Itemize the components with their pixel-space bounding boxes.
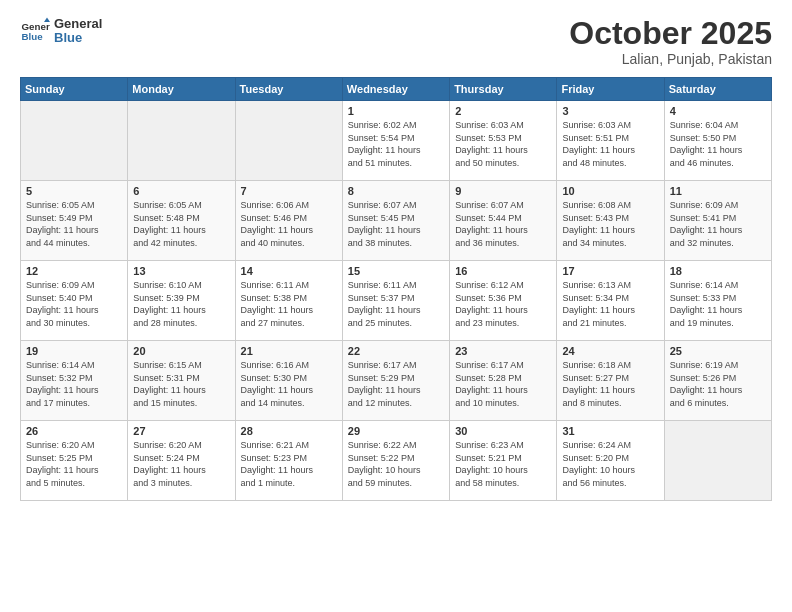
svg-marker-2 [44, 18, 50, 23]
day-info: Sunrise: 6:05 AM Sunset: 5:49 PM Dayligh… [26, 199, 122, 249]
calendar-week-4: 19Sunrise: 6:14 AM Sunset: 5:32 PM Dayli… [21, 341, 772, 421]
calendar-cell: 29Sunrise: 6:22 AM Sunset: 5:22 PM Dayli… [342, 421, 449, 501]
day-info: Sunrise: 6:08 AM Sunset: 5:43 PM Dayligh… [562, 199, 658, 249]
page: General Blue General Blue October 2025 L… [0, 0, 792, 612]
calendar-cell: 13Sunrise: 6:10 AM Sunset: 5:39 PM Dayli… [128, 261, 235, 341]
calendar-cell: 8Sunrise: 6:07 AM Sunset: 5:45 PM Daylig… [342, 181, 449, 261]
day-number: 28 [241, 425, 337, 437]
calendar-cell: 11Sunrise: 6:09 AM Sunset: 5:41 PM Dayli… [664, 181, 771, 261]
day-info: Sunrise: 6:19 AM Sunset: 5:26 PM Dayligh… [670, 359, 766, 409]
day-number: 7 [241, 185, 337, 197]
day-number: 11 [670, 185, 766, 197]
calendar-cell: 15Sunrise: 6:11 AM Sunset: 5:37 PM Dayli… [342, 261, 449, 341]
day-number: 5 [26, 185, 122, 197]
day-info: Sunrise: 6:16 AM Sunset: 5:30 PM Dayligh… [241, 359, 337, 409]
calendar-week-3: 12Sunrise: 6:09 AM Sunset: 5:40 PM Dayli… [21, 261, 772, 341]
calendar-cell: 18Sunrise: 6:14 AM Sunset: 5:33 PM Dayli… [664, 261, 771, 341]
calendar-table: SundayMondayTuesdayWednesdayThursdayFrid… [20, 77, 772, 501]
day-info: Sunrise: 6:09 AM Sunset: 5:41 PM Dayligh… [670, 199, 766, 249]
day-number: 15 [348, 265, 444, 277]
day-info: Sunrise: 6:05 AM Sunset: 5:48 PM Dayligh… [133, 199, 229, 249]
calendar-week-5: 26Sunrise: 6:20 AM Sunset: 5:25 PM Dayli… [21, 421, 772, 501]
calendar-cell: 20Sunrise: 6:15 AM Sunset: 5:31 PM Dayli… [128, 341, 235, 421]
day-info: Sunrise: 6:17 AM Sunset: 5:28 PM Dayligh… [455, 359, 551, 409]
calendar-cell: 19Sunrise: 6:14 AM Sunset: 5:32 PM Dayli… [21, 341, 128, 421]
day-info: Sunrise: 6:13 AM Sunset: 5:34 PM Dayligh… [562, 279, 658, 329]
calendar-cell: 16Sunrise: 6:12 AM Sunset: 5:36 PM Dayli… [450, 261, 557, 341]
calendar-cell: 10Sunrise: 6:08 AM Sunset: 5:43 PM Dayli… [557, 181, 664, 261]
day-number: 22 [348, 345, 444, 357]
calendar-cell: 25Sunrise: 6:19 AM Sunset: 5:26 PM Dayli… [664, 341, 771, 421]
day-number: 6 [133, 185, 229, 197]
day-info: Sunrise: 6:03 AM Sunset: 5:51 PM Dayligh… [562, 119, 658, 169]
day-info: Sunrise: 6:02 AM Sunset: 5:54 PM Dayligh… [348, 119, 444, 169]
logo: General Blue General Blue [20, 16, 102, 46]
day-info: Sunrise: 6:07 AM Sunset: 5:44 PM Dayligh… [455, 199, 551, 249]
day-info: Sunrise: 6:11 AM Sunset: 5:37 PM Dayligh… [348, 279, 444, 329]
calendar-cell [235, 101, 342, 181]
calendar-week-2: 5Sunrise: 6:05 AM Sunset: 5:49 PM Daylig… [21, 181, 772, 261]
svg-text:Blue: Blue [22, 31, 44, 42]
day-number: 17 [562, 265, 658, 277]
calendar-cell: 2Sunrise: 6:03 AM Sunset: 5:53 PM Daylig… [450, 101, 557, 181]
calendar-cell: 5Sunrise: 6:05 AM Sunset: 5:49 PM Daylig… [21, 181, 128, 261]
calendar-cell [128, 101, 235, 181]
logo-general-text: General [54, 17, 102, 31]
day-number: 3 [562, 105, 658, 117]
day-number: 27 [133, 425, 229, 437]
calendar-header-row: SundayMondayTuesdayWednesdayThursdayFrid… [21, 78, 772, 101]
day-number: 21 [241, 345, 337, 357]
calendar-header-sunday: Sunday [21, 78, 128, 101]
calendar-cell: 14Sunrise: 6:11 AM Sunset: 5:38 PM Dayli… [235, 261, 342, 341]
day-number: 12 [26, 265, 122, 277]
location: Lalian, Punjab, Pakistan [569, 51, 772, 67]
day-info: Sunrise: 6:20 AM Sunset: 5:24 PM Dayligh… [133, 439, 229, 489]
day-number: 25 [670, 345, 766, 357]
day-info: Sunrise: 6:14 AM Sunset: 5:32 PM Dayligh… [26, 359, 122, 409]
calendar-cell [21, 101, 128, 181]
day-number: 2 [455, 105, 551, 117]
calendar-header-saturday: Saturday [664, 78, 771, 101]
calendar-header-monday: Monday [128, 78, 235, 101]
logo-blue-text: Blue [54, 31, 102, 45]
calendar-cell: 9Sunrise: 6:07 AM Sunset: 5:44 PM Daylig… [450, 181, 557, 261]
day-number: 23 [455, 345, 551, 357]
calendar-header-friday: Friday [557, 78, 664, 101]
calendar-cell: 7Sunrise: 6:06 AM Sunset: 5:46 PM Daylig… [235, 181, 342, 261]
day-info: Sunrise: 6:03 AM Sunset: 5:53 PM Dayligh… [455, 119, 551, 169]
day-number: 29 [348, 425, 444, 437]
calendar-cell: 27Sunrise: 6:20 AM Sunset: 5:24 PM Dayli… [128, 421, 235, 501]
day-number: 4 [670, 105, 766, 117]
day-info: Sunrise: 6:15 AM Sunset: 5:31 PM Dayligh… [133, 359, 229, 409]
calendar-cell [664, 421, 771, 501]
calendar-header-thursday: Thursday [450, 78, 557, 101]
day-number: 13 [133, 265, 229, 277]
day-info: Sunrise: 6:17 AM Sunset: 5:29 PM Dayligh… [348, 359, 444, 409]
day-number: 31 [562, 425, 658, 437]
calendar-cell: 26Sunrise: 6:20 AM Sunset: 5:25 PM Dayli… [21, 421, 128, 501]
title-block: October 2025 Lalian, Punjab, Pakistan [569, 16, 772, 67]
day-info: Sunrise: 6:06 AM Sunset: 5:46 PM Dayligh… [241, 199, 337, 249]
day-number: 10 [562, 185, 658, 197]
calendar-week-1: 1Sunrise: 6:02 AM Sunset: 5:54 PM Daylig… [21, 101, 772, 181]
logo-icon: General Blue [20, 16, 50, 46]
day-info: Sunrise: 6:11 AM Sunset: 5:38 PM Dayligh… [241, 279, 337, 329]
calendar-header-wednesday: Wednesday [342, 78, 449, 101]
day-number: 8 [348, 185, 444, 197]
day-info: Sunrise: 6:24 AM Sunset: 5:20 PM Dayligh… [562, 439, 658, 489]
calendar-cell: 6Sunrise: 6:05 AM Sunset: 5:48 PM Daylig… [128, 181, 235, 261]
day-number: 19 [26, 345, 122, 357]
day-number: 24 [562, 345, 658, 357]
calendar-cell: 28Sunrise: 6:21 AM Sunset: 5:23 PM Dayli… [235, 421, 342, 501]
day-number: 26 [26, 425, 122, 437]
calendar-cell: 22Sunrise: 6:17 AM Sunset: 5:29 PM Dayli… [342, 341, 449, 421]
header: General Blue General Blue October 2025 L… [20, 16, 772, 67]
day-number: 1 [348, 105, 444, 117]
calendar-cell: 24Sunrise: 6:18 AM Sunset: 5:27 PM Dayli… [557, 341, 664, 421]
calendar-cell: 4Sunrise: 6:04 AM Sunset: 5:50 PM Daylig… [664, 101, 771, 181]
day-info: Sunrise: 6:09 AM Sunset: 5:40 PM Dayligh… [26, 279, 122, 329]
day-info: Sunrise: 6:10 AM Sunset: 5:39 PM Dayligh… [133, 279, 229, 329]
day-number: 20 [133, 345, 229, 357]
calendar-cell: 12Sunrise: 6:09 AM Sunset: 5:40 PM Dayli… [21, 261, 128, 341]
day-info: Sunrise: 6:14 AM Sunset: 5:33 PM Dayligh… [670, 279, 766, 329]
